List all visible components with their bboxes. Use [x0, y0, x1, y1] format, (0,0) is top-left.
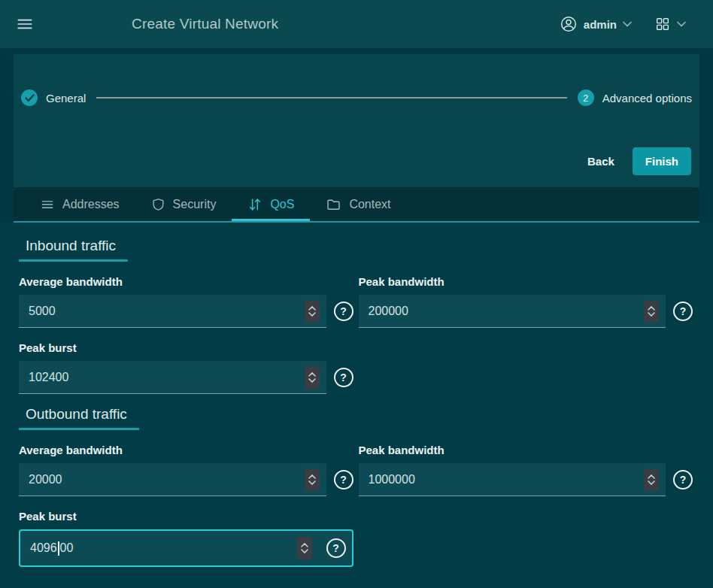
- user-menu[interactable]: admin: [560, 15, 632, 33]
- tab-security[interactable]: Security: [135, 187, 232, 221]
- step-completed-check-icon: [21, 89, 38, 106]
- step-general[interactable]: General: [21, 89, 86, 106]
- qos-form: Inbound traffic Average bandwidth ? P: [0, 223, 713, 588]
- field-label: Peak bandwidth: [359, 275, 693, 288]
- help-icon[interactable]: ?: [334, 302, 353, 321]
- tab-label: Context: [349, 198, 390, 211]
- text-cursor: [58, 541, 59, 556]
- apps-menu[interactable]: [654, 16, 686, 32]
- section-outbound-traffic: Outbound traffic Average bandwidth ?: [19, 406, 693, 567]
- inbound-peak-bandwidth-input[interactable]: [369, 305, 645, 318]
- step-label: Advanced options: [602, 92, 692, 105]
- number-input[interactable]: [19, 463, 326, 496]
- field-label: Peak burst: [19, 510, 353, 523]
- apps-grid-icon: [654, 16, 671, 32]
- hamburger-menu-icon[interactable]: [15, 14, 35, 34]
- field-label: Average bandwidth: [19, 275, 353, 288]
- field-label: Peak bandwidth: [359, 444, 693, 456]
- number-stepper-icon[interactable]: [297, 537, 312, 559]
- section-title: Inbound traffic: [19, 238, 128, 262]
- section-inbound-traffic: Inbound traffic Average bandwidth ? P: [19, 238, 693, 394]
- user-name: admin: [584, 18, 617, 31]
- list-icon: [40, 197, 55, 212]
- fields-grid: Average bandwidth ? Peak bandwidth: [19, 444, 693, 567]
- help-icon[interactable]: ?: [326, 538, 346, 558]
- outbound-average-bandwidth-input[interactable]: [29, 473, 305, 486]
- field-outbound-average-bandwidth: Average bandwidth ?: [19, 444, 353, 496]
- fields-grid: Average bandwidth ? Peak bandwidth: [19, 275, 693, 394]
- number-input[interactable]: [359, 295, 666, 328]
- tab-strip: Addresses Security QoS Context: [14, 187, 699, 223]
- focused-number-input[interactable]: 409600 ?: [19, 529, 353, 567]
- tab-label: QoS: [270, 198, 294, 211]
- number-stepper-icon[interactable]: [305, 468, 320, 491]
- stepper-connector: [96, 97, 566, 99]
- number-input[interactable]: [19, 295, 326, 328]
- tab-addresses[interactable]: Addresses: [24, 187, 135, 221]
- inbound-average-bandwidth-input[interactable]: [29, 305, 305, 318]
- help-icon[interactable]: ?: [334, 470, 353, 489]
- app-header: Create Virtual Network admin: [0, 0, 713, 48]
- field-outbound-peak-bandwidth: Peak bandwidth ?: [359, 444, 693, 496]
- help-icon[interactable]: ?: [334, 368, 353, 387]
- step-label: General: [46, 92, 86, 105]
- field-outbound-peak-burst: Peak burst 409600 ?: [19, 510, 353, 567]
- help-icon[interactable]: ?: [673, 302, 693, 321]
- user-avatar-icon: [560, 15, 578, 33]
- number-input[interactable]: [19, 361, 326, 394]
- field-inbound-average-bandwidth: Average bandwidth ?: [19, 275, 353, 328]
- outbound-peak-burst-input[interactable]: 409600: [30, 541, 297, 556]
- field-label: Peak burst: [19, 341, 353, 354]
- number-stepper-icon[interactable]: [305, 300, 320, 323]
- outbound-peak-bandwidth-input[interactable]: [369, 473, 645, 486]
- chevron-down-icon: [623, 21, 632, 27]
- page-title: Create Virtual Network: [132, 16, 278, 32]
- tab-context[interactable]: Context: [310, 187, 406, 221]
- shield-icon: [151, 197, 165, 212]
- step-advanced-options[interactable]: 2 Advanced options: [578, 89, 692, 106]
- field-inbound-peak-bandwidth: Peak bandwidth ?: [359, 275, 693, 328]
- number-stepper-icon[interactable]: [644, 468, 659, 491]
- inbound-peak-burst-input[interactable]: [29, 371, 305, 384]
- folder-icon: [326, 197, 341, 212]
- wizard-card: General 2 Advanced options Back Finish: [14, 54, 699, 187]
- number-stepper-icon[interactable]: [305, 366, 320, 389]
- number-stepper-icon[interactable]: [644, 300, 659, 323]
- step-number-badge: 2: [578, 89, 594, 106]
- field-label: Average bandwidth: [19, 444, 353, 456]
- section-title: Outbound traffic: [19, 406, 139, 430]
- tab-label: Addresses: [62, 198, 120, 211]
- tab-label: Security: [173, 198, 217, 211]
- field-inbound-peak-burst: Peak burst ?: [19, 341, 353, 394]
- header-right: admin: [560, 15, 686, 33]
- finish-button[interactable]: Finish: [633, 147, 691, 175]
- chevron-down-icon: [677, 21, 686, 27]
- stepper: General 2 Advanced options: [14, 54, 699, 106]
- wizard-actions: Back Finish: [580, 147, 691, 175]
- sort-arrows-icon: [247, 197, 262, 212]
- tab-qos[interactable]: QoS: [232, 187, 310, 221]
- help-icon[interactable]: ?: [673, 470, 693, 489]
- back-button[interactable]: Back: [580, 149, 622, 174]
- number-input[interactable]: [359, 463, 666, 496]
